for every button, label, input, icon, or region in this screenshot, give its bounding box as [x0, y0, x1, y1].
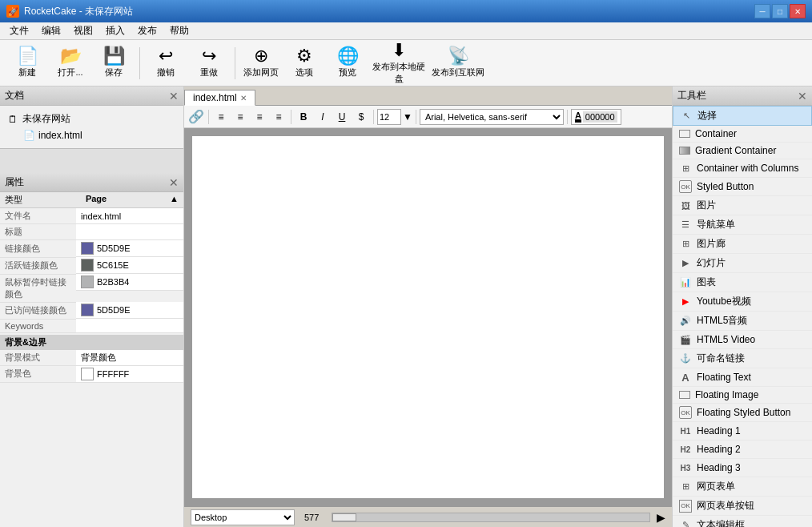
tool-form-button[interactable]: OK 网页表单按钮	[673, 497, 812, 516]
link-color-swatch[interactable]	[81, 242, 94, 255]
tool-floating-image[interactable]: Floating Image	[673, 387, 812, 404]
canvas-page[interactable]	[192, 136, 664, 498]
props-scroll-up[interactable]: ▲	[170, 194, 179, 206]
preview-button[interactable]: 🌐 预览	[327, 43, 368, 83]
dollar-button[interactable]: $	[352, 108, 370, 126]
tool-gradient-container[interactable]: Gradient Container	[673, 143, 812, 159]
tool-container-columns[interactable]: ⊞ Container with Columns	[673, 159, 812, 178]
prop-keywords-input[interactable]	[81, 320, 179, 330]
open-button[interactable]: 📂 打开...	[50, 43, 91, 83]
align-center-button[interactable]: ≡	[231, 108, 249, 126]
italic-button[interactable]: I	[314, 108, 332, 126]
menu-insert[interactable]: 插入	[99, 22, 131, 39]
slideshow-icon: ▶	[679, 257, 692, 270]
menu-help[interactable]: 帮助	[163, 22, 195, 39]
select-icon: ↖	[680, 110, 693, 123]
tool-youtube[interactable]: ▶ Youtube视频	[673, 292, 812, 312]
form-button-icon: OK	[679, 500, 692, 513]
prop-title-input[interactable]	[81, 227, 179, 237]
document-panel-header: 文档 ✕	[0, 86, 183, 106]
close-button[interactable]: ✕	[790, 4, 806, 18]
text-color-button[interactable]: A 000000	[571, 109, 621, 125]
hover-link-color-value: B2B3B4	[97, 277, 129, 287]
tool-image-label: 图片	[697, 199, 716, 212]
link-button[interactable]: 🔗	[187, 108, 205, 126]
document-panel-close[interactable]: ✕	[169, 90, 179, 103]
doc-tree-file[interactable]: 📄 index.html	[19, 127, 180, 143]
align-left-button[interactable]: ≡	[212, 108, 230, 126]
tool-chart[interactable]: 📊 图表	[673, 273, 812, 292]
addpage-button[interactable]: ⊕ 添加网页	[240, 43, 282, 83]
menu-publish[interactable]: 发布	[131, 22, 163, 39]
redo-button[interactable]: ↪ 重做	[188, 43, 230, 83]
viewport-select[interactable]: Desktop Mobile Tablet	[191, 509, 295, 525]
toolbox-close[interactable]: ✕	[798, 90, 807, 103]
tool-heading2[interactable]: H2 Heading 2	[673, 441, 812, 459]
container-icon	[679, 130, 690, 138]
restore-button[interactable]: □	[772, 4, 788, 18]
doc-file-label: index.html	[38, 130, 82, 141]
font-size-input[interactable]	[377, 109, 401, 125]
publish-web-button[interactable]: 📡 发布到互联网	[429, 43, 487, 83]
bottom-bar: Desktop Mobile Tablet 577 ▶	[184, 506, 672, 527]
tool-text-editor[interactable]: ✎ 文本编辑框	[673, 516, 812, 527]
tool-heading3[interactable]: H3 Heading 3	[673, 459, 812, 477]
options-button[interactable]: ⚙ 选项	[283, 43, 325, 83]
new-button[interactable]: 📄 新建	[6, 43, 48, 83]
menu-file[interactable]: 文件	[3, 22, 35, 39]
center-panel: index.html ✕ 🔗 ≡ ≡ ≡ ≡ B I U $ ▼ Arial, …	[184, 86, 672, 527]
tool-select-label: 选择	[697, 109, 717, 123]
minimize-button[interactable]: ─	[754, 4, 770, 18]
scrollbar-thumb[interactable]	[332, 513, 356, 521]
tool-gallery-label: 图片廊	[697, 237, 726, 251]
bg-color-swatch[interactable]	[81, 368, 94, 380]
tool-web-table[interactable]: ⊞ 网页表单	[673, 477, 812, 497]
properties-panel-close[interactable]: ✕	[169, 176, 179, 189]
hover-link-color-swatch[interactable]	[81, 276, 94, 288]
tool-html5video[interactable]: 🎬 HTML5 Video	[673, 331, 812, 349]
tool-floating-text[interactable]: A Floating Text	[673, 368, 812, 387]
props-bg-table: 背景模式 背景颜色 背景色 FFFFFF	[0, 350, 183, 384]
scrollbar-track[interactable]	[332, 513, 650, 522]
tool-floating-styled-button[interactable]: OK Floating Styled Button	[673, 404, 812, 422]
tool-gallery[interactable]: ⊞ 图片廊	[673, 235, 812, 254]
publish-local-button[interactable]: ⬇ 发布到本地硬盘	[370, 43, 428, 83]
main-layout: 文档 ✕ 🗒 未保存网站 📄 index.html 属性 ✕	[0, 86, 812, 527]
font-family-select[interactable]: Arial, Helvetica, sans-serif	[420, 109, 564, 125]
save-button[interactable]: 💾 保存	[93, 43, 135, 83]
ed-sep-4	[416, 110, 416, 124]
tool-heading1[interactable]: H1 Heading 1	[673, 422, 812, 441]
tool-heading3-label: Heading 3	[697, 462, 741, 473]
floating-styled-button-icon: OK	[679, 406, 692, 419]
tool-container[interactable]: Container	[673, 126, 812, 143]
visited-link-color-swatch[interactable]	[81, 304, 94, 316]
font-size-dropdown[interactable]: ▼	[403, 111, 412, 123]
tool-nav-menu[interactable]: ☰ 导航菜单	[673, 215, 812, 235]
tool-named-anchor[interactable]: ⚓ 可命名链接	[673, 349, 812, 368]
prop-filename-input[interactable]	[81, 211, 179, 221]
underline-button[interactable]: U	[333, 108, 351, 126]
tool-html5audio[interactable]: 🔊 HTML5音频	[673, 312, 812, 331]
undo-button[interactable]: ↩ 撤销	[145, 43, 187, 83]
tool-web-table-label: 网页表单	[697, 480, 735, 493]
doc-tree-root[interactable]: 🗒 未保存网站	[3, 111, 180, 127]
align-justify-button[interactable]: ≡	[270, 108, 287, 126]
styled-button-icon: OK	[679, 180, 692, 193]
document-panel-title: 文档	[5, 89, 24, 103]
bold-button[interactable]: B	[295, 108, 312, 126]
menu-view[interactable]: 视图	[67, 22, 99, 39]
tool-image[interactable]: 🖼 图片	[673, 196, 812, 215]
tool-select[interactable]: ↖ 选择	[673, 106, 812, 126]
menu-edit[interactable]: 编辑	[35, 22, 67, 39]
tool-slideshow[interactable]: ▶ 幻灯片	[673, 254, 812, 273]
align-right-button[interactable]: ≡	[251, 108, 268, 126]
title-bar-controls[interactable]: ─ □ ✕	[754, 4, 806, 18]
tab-close-icon[interactable]: ✕	[240, 94, 247, 103]
tool-styled-button[interactable]: OK Styled Button	[673, 178, 812, 196]
prop-title-label: 标题	[0, 224, 76, 240]
tab-index-html[interactable]: index.html ✕	[184, 90, 255, 106]
tool-heading2-label: Heading 2	[697, 444, 741, 455]
toolbox-list: ↖ 选择 Container Gradient Container ⊞ Cont…	[673, 106, 812, 527]
active-link-color-swatch[interactable]	[81, 259, 94, 272]
scroll-right-btn[interactable]: ▶	[657, 511, 665, 524]
